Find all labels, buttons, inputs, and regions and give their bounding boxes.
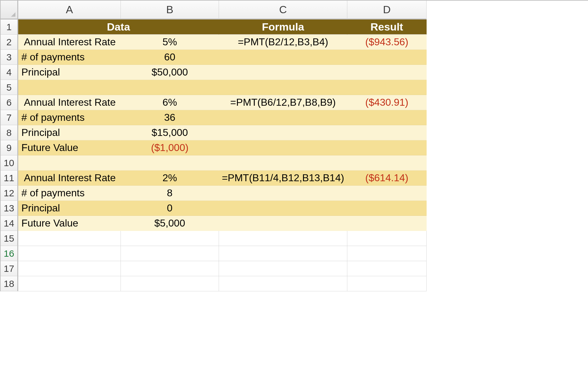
cell-C5[interactable] xyxy=(219,80,347,95)
cell-A2[interactable]: Annual Interest Rate xyxy=(18,35,121,50)
cell-D11[interactable]: ($614.14) xyxy=(347,171,427,186)
col-header-B[interactable]: B xyxy=(121,1,219,20)
cell-C8[interactable] xyxy=(219,125,347,140)
cell-A3[interactable]: # of payments xyxy=(18,50,121,65)
cell-A16[interactable] xyxy=(18,246,121,261)
header-data[interactable]: Data xyxy=(18,20,219,35)
cell-D16[interactable] xyxy=(347,246,427,261)
cell-D15[interactable] xyxy=(347,231,427,246)
cell-B18[interactable] xyxy=(121,276,219,291)
cell-C3[interactable] xyxy=(219,50,347,65)
cell-D6[interactable]: ($430.91) xyxy=(347,95,427,110)
cell-C14[interactable] xyxy=(219,216,347,231)
cell-C2[interactable]: =PMT(B2/12,B3,B4) xyxy=(219,35,347,50)
row-header-8[interactable]: 8 xyxy=(1,125,18,140)
cell-A4[interactable]: Principal xyxy=(18,65,121,80)
row-header-5[interactable]: 5 xyxy=(1,80,18,95)
cell-D8[interactable] xyxy=(347,125,427,140)
cell-C4[interactable] xyxy=(219,65,347,80)
cell-B13[interactable]: 0 xyxy=(121,201,219,216)
cell-C6[interactable]: =PMT(B6/12,B7,B8,B9) xyxy=(219,95,347,110)
cell-A14[interactable]: Future Value xyxy=(18,216,121,231)
cell-C9[interactable] xyxy=(219,140,347,155)
col-header-C[interactable]: C xyxy=(219,1,347,20)
cell-B3[interactable]: 60 xyxy=(121,50,219,65)
row-header-4[interactable]: 4 xyxy=(1,65,18,80)
cell-D3[interactable] xyxy=(347,50,427,65)
select-all-corner[interactable] xyxy=(1,1,18,20)
cell-A15[interactable] xyxy=(18,231,121,246)
cell-B9[interactable]: ($1,000) xyxy=(121,140,219,155)
cell-B2[interactable]: 5% xyxy=(121,35,219,50)
cell-D12[interactable] xyxy=(347,186,427,201)
row-header-13[interactable]: 13 xyxy=(1,201,18,216)
header-formula[interactable]: Formula xyxy=(219,20,347,35)
cell-D7[interactable] xyxy=(347,110,427,125)
cell-D10[interactable] xyxy=(347,155,427,171)
cell-A10[interactable] xyxy=(18,155,121,171)
cell-B16[interactable] xyxy=(121,246,219,261)
cell-C12[interactable] xyxy=(219,186,347,201)
cell-A11[interactable]: Annual Interest Rate xyxy=(18,171,121,186)
cell-C10[interactable] xyxy=(219,155,347,171)
row-header-2[interactable]: 2 xyxy=(1,35,18,50)
cell-A12[interactable]: # of payments xyxy=(18,186,121,201)
row-header-12[interactable]: 12 xyxy=(1,186,18,201)
cell-B4[interactable]: $50,000 xyxy=(121,65,219,80)
cell-B11[interactable]: 2% xyxy=(121,171,219,186)
spreadsheet-grid[interactable]: A B C D 1 Data Formula Result 2 Annual I… xyxy=(0,0,588,291)
header-result[interactable]: Result xyxy=(347,20,427,35)
row-header-9[interactable]: 9 xyxy=(1,140,18,155)
col-header-D[interactable]: D xyxy=(347,1,427,20)
cell-B17[interactable] xyxy=(121,261,219,276)
cell-D13[interactable] xyxy=(347,201,427,216)
cell-D2[interactable]: ($943.56) xyxy=(347,35,427,50)
cell-C11[interactable]: =PMT(B11/4,B12,B13,B14) xyxy=(219,171,347,186)
cell-D5[interactable] xyxy=(347,80,427,95)
row-header-17[interactable]: 17 xyxy=(1,261,18,276)
col-header-A[interactable]: A xyxy=(18,1,121,20)
cell-B15[interactable] xyxy=(121,231,219,246)
cell-D9[interactable] xyxy=(347,140,427,155)
cell-A6[interactable]: Annual Interest Rate xyxy=(18,95,121,110)
row-header-18[interactable]: 18 xyxy=(1,276,18,291)
cell-A9[interactable]: Future Value xyxy=(18,140,121,155)
cell-B12[interactable]: 8 xyxy=(121,186,219,201)
cell-A18[interactable] xyxy=(18,276,121,291)
row-header-16[interactable]: 16 xyxy=(1,246,18,261)
row-header-3[interactable]: 3 xyxy=(1,50,18,65)
cell-B7[interactable]: 36 xyxy=(121,110,219,125)
cell-D4[interactable] xyxy=(347,65,427,80)
cell-B14[interactable]: $5,000 xyxy=(121,216,219,231)
row-header-14[interactable]: 14 xyxy=(1,216,18,231)
cell-C17[interactable] xyxy=(219,261,347,276)
row-header-10[interactable]: 10 xyxy=(1,155,18,171)
row-header-1[interactable]: 1 xyxy=(1,20,18,35)
row-header-6[interactable]: 6 xyxy=(1,95,18,110)
row-header-15[interactable]: 15 xyxy=(1,231,18,246)
cell-C18[interactable] xyxy=(219,276,347,291)
cell-A5[interactable] xyxy=(18,80,121,95)
cell-C16[interactable] xyxy=(219,246,347,261)
row-header-7[interactable]: 7 xyxy=(1,110,18,125)
cell-A7[interactable]: # of payments xyxy=(18,110,121,125)
cell-B10[interactable] xyxy=(121,155,219,171)
cell-D14[interactable] xyxy=(347,216,427,231)
cell-A17[interactable] xyxy=(18,261,121,276)
cell-D17[interactable] xyxy=(347,261,427,276)
cell-C13[interactable] xyxy=(219,201,347,216)
cell-C15[interactable] xyxy=(219,231,347,246)
cell-A8[interactable]: Principal xyxy=(18,125,121,140)
cell-A13[interactable]: Principal xyxy=(18,201,121,216)
row-header-11[interactable]: 11 xyxy=(1,171,18,186)
cell-B6[interactable]: 6% xyxy=(121,95,219,110)
cell-C7[interactable] xyxy=(219,110,347,125)
cell-D18[interactable] xyxy=(347,276,427,291)
cell-B5[interactable] xyxy=(121,80,219,95)
cell-B8[interactable]: $15,000 xyxy=(121,125,219,140)
